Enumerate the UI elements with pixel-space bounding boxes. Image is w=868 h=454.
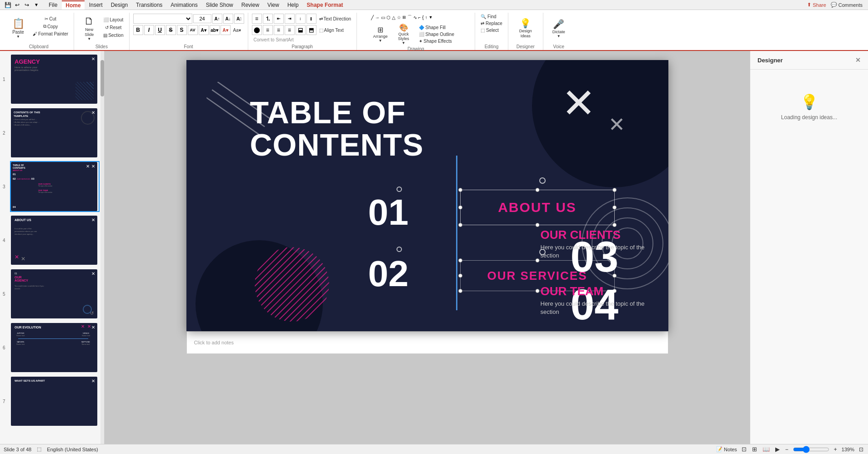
handle-mr[interactable] — [612, 206, 617, 210]
new-slide-button[interactable]: 🗋 NewSlide ▼ — [78, 14, 100, 43]
select-button[interactable]: ⬚ Select — [479, 27, 501, 33]
reading-view-btn[interactable]: 📖 — [762, 445, 771, 454]
find-button[interactable]: 🔍 Find — [479, 14, 498, 20]
align-text-button[interactable]: ⬚Align Text — [317, 27, 346, 34]
shape-effects-button[interactable]: ✦ Shape Effects — [417, 38, 456, 44]
comments-button[interactable]: 💬 Comments — [831, 2, 863, 8]
align-left-button[interactable]: ⬤ — [252, 25, 262, 35]
number-01[interactable]: 01 — [368, 194, 409, 231]
shape-star[interactable]: ☆ — [396, 15, 401, 20]
menu-help[interactable]: Help — [284, 1, 302, 9]
handle-ml[interactable] — [458, 206, 462, 210]
shape-diamond[interactable]: ⬡ — [386, 15, 391, 20]
services-handle-bc[interactable] — [535, 289, 539, 293]
normal-view-btn[interactable]: ⊡ — [741, 445, 748, 454]
slideshow-btn[interactable]: ▶ — [774, 445, 781, 454]
decrease-indent-button[interactable]: ⇤ — [274, 14, 284, 24]
underline-button[interactable]: U — [155, 25, 165, 35]
slide-title[interactable]: TABLE OF CONTENTS — [250, 96, 424, 161]
handle-bc[interactable] — [535, 223, 539, 227]
services-handle-tl[interactable] — [458, 258, 462, 262]
paste-button[interactable]: 📋 Paste ▼ — [7, 14, 29, 43]
shape-wave[interactable]: ∿ — [413, 15, 417, 20]
zoom-out-btn[interactable]: − — [784, 445, 789, 454]
slide-7-close[interactable]: ✕ — [90, 378, 96, 384]
font-color2-button[interactable]: A▾ — [221, 25, 231, 35]
strikethrough-button[interactable]: S — [166, 25, 176, 35]
design-ideas-button[interactable]: 💡 Design Ideas — [512, 14, 539, 43]
our-clients-section[interactable]: OUR CLIENTS Here you could describe the … — [541, 228, 652, 260]
about-us-box[interactable]: ABOUT US — [460, 190, 615, 225]
slide-6-close[interactable]: ✕ — [90, 324, 96, 330]
zoom-in-btn[interactable]: + — [833, 445, 838, 454]
slide-5-close[interactable]: ✕ — [90, 270, 96, 277]
columns-button[interactable]: ⫿ — [306, 14, 316, 24]
slide-3-close[interactable]: ✕ — [85, 163, 91, 169]
handle-br[interactable] — [612, 223, 617, 227]
undo-qat-btn[interactable]: ↩ — [13, 1, 21, 9]
align-center-button[interactable]: ≡ — [263, 25, 273, 35]
slide-1-close[interactable]: ✕ — [90, 55, 96, 62]
align-v2-button[interactable]: ⬒ — [306, 25, 316, 35]
line-spacing-button[interactable]: ↕ — [296, 14, 306, 24]
handle-bl[interactable] — [458, 223, 462, 227]
slide-3-close2[interactable]: ✕ — [90, 163, 96, 169]
notes-area[interactable]: Click to add notes — [186, 331, 668, 354]
char-spacing-button[interactable]: AV — [188, 25, 198, 35]
shape-curve[interactable]: ⌒ — [407, 14, 412, 21]
convert-smartart-button[interactable]: Convert to SmartArt — [252, 36, 296, 43]
shape-rect[interactable]: ▭ — [381, 15, 386, 20]
section-button[interactable]: ▤ Section — [101, 32, 125, 39]
our-team-section[interactable]: OUR TEAM Here you could describe the top… — [541, 285, 652, 317]
menu-insert[interactable]: Insert — [85, 1, 106, 9]
copy-button[interactable]: ⧉ Copy — [31, 23, 70, 30]
italic-button[interactable]: I — [144, 25, 154, 35]
slide-sorter-btn[interactable]: ⊞ — [751, 445, 758, 454]
highlight-color-button[interactable]: ab▾ — [210, 25, 220, 35]
slide-thumb-5[interactable]: 5 01 OURAGENCY You could enter a subtitl… — [10, 268, 100, 319]
menu-transitions[interactable]: Transitions — [132, 1, 166, 9]
reset-button[interactable]: ↺ Reset — [101, 24, 125, 31]
shape-fill-button[interactable]: 🔷 Shape Fill — [417, 25, 456, 30]
menu-review[interactable]: Review — [238, 1, 263, 9]
dictate-button[interactable]: 🎤 Dictate ▼ — [547, 14, 571, 43]
align-right-button[interactable]: ≡ — [274, 25, 284, 35]
slide-2-close[interactable]: ✕ — [90, 109, 96, 116]
save-qat-btn[interactable]: 💾 — [4, 1, 12, 9]
services-handle-tc[interactable] — [535, 258, 539, 262]
shape-brace[interactable]: { — [421, 15, 424, 20]
shape-more2[interactable]: ▼ — [428, 15, 433, 20]
change-case-btn[interactable]: Aa▾ — [231, 28, 243, 33]
slide-thumb-3[interactable]: 3 TABLE OFCONTENTS ABOUT US 01 02 OUR SE… — [10, 161, 100, 212]
format-painter-button[interactable]: 🖌 Format Painter — [31, 30, 70, 37]
services-handle-ml[interactable] — [458, 274, 462, 278]
menu-animations[interactable]: Animations — [167, 1, 201, 9]
font-color-button[interactable]: A▾ — [199, 25, 209, 35]
shape-line[interactable]: ╱ — [371, 15, 374, 20]
zoom-slider[interactable] — [793, 446, 829, 453]
replace-button[interactable]: ⇄ Replace — [479, 20, 504, 26]
accessibility-check[interactable]: ⬚ — [37, 446, 41, 452]
quick-styles-button[interactable]: 🎨 Quick Styles ▼ — [392, 23, 415, 45]
decrease-font-btn[interactable]: A↓ — [223, 14, 233, 24]
increase-indent-button[interactable]: ⇥ — [285, 14, 295, 24]
justify-button[interactable]: ≡ — [285, 25, 295, 35]
shape-arrow[interactable]: → — [375, 15, 380, 20]
customize-qat-btn[interactable]: ▼ — [32, 1, 40, 9]
handle-tc[interactable] — [535, 188, 539, 192]
redo-qat-btn[interactable]: ↪ — [23, 1, 31, 9]
layout-button[interactable]: ⬜ Layout — [101, 16, 125, 23]
slide-thumb-4[interactable]: 4 ABOUT US It could be part of thepresen… — [10, 215, 100, 266]
shape-more[interactable]: ⊞ — [402, 15, 406, 20]
font-name-select[interactable] — [133, 14, 192, 24]
clear-format-btn[interactable]: A⃝ — [234, 14, 244, 24]
menu-view[interactable]: View — [264, 1, 283, 9]
notes-button[interactable]: 📝 Notes — [716, 446, 737, 452]
shape-bracket[interactable]: ⌐ — [418, 15, 421, 20]
bullets-button[interactable]: ≡ — [252, 14, 262, 24]
font-size-input[interactable] — [193, 14, 211, 23]
menu-shape-format[interactable]: Shape Format — [303, 1, 347, 9]
menu-home[interactable]: Home — [62, 0, 84, 10]
slide-canvas[interactable]: ✕ ✕ — [186, 60, 668, 331]
bold-button[interactable]: B — [133, 25, 143, 35]
